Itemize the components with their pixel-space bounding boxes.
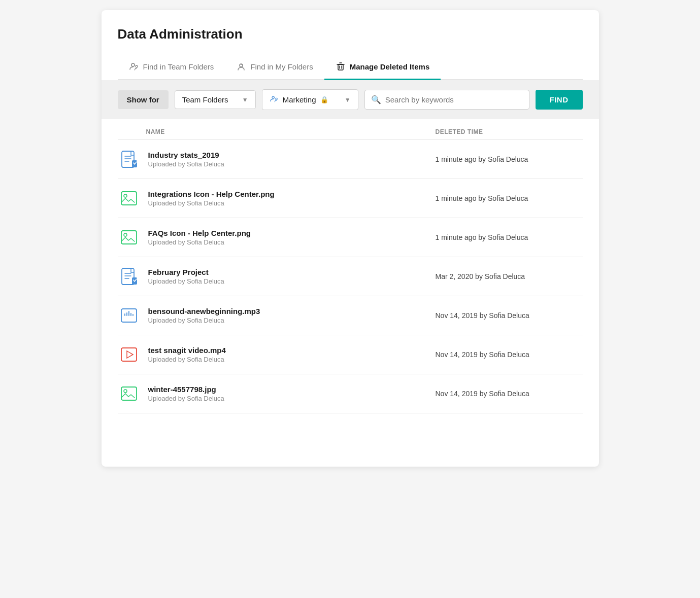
folder-type-dropdown[interactable]: Team Folders ▼ [175, 90, 256, 109]
tab-team-folders[interactable]: Find in Team Folders [118, 56, 225, 80]
tab-my-folders[interactable]: Find in My Folders [225, 56, 324, 80]
svg-point-19 [124, 390, 127, 393]
list-item: bensound-anewbeginning.mp3 Uploaded by S… [118, 296, 583, 335]
svg-point-1 [136, 65, 138, 67]
list-item: Industry stats_2019 Uploaded by Sofia De… [118, 140, 583, 179]
item-deleted-time: Nov 14, 2019 by Sofia Deluca [436, 390, 583, 398]
item-uploader: Uploaded by Sofia Deluca [148, 395, 436, 402]
search-input[interactable] [385, 90, 523, 109]
tab-deleted-items-label: Manage Deleted Items [350, 62, 430, 71]
item-uploader: Uploaded by Sofia Deluca [148, 316, 436, 324]
svg-rect-16 [121, 348, 137, 361]
item-uploader: Uploaded by Sofia Deluca [148, 199, 436, 207]
svg-marker-17 [127, 351, 133, 358]
item-info: bensound-anewbeginning.mp3 Uploaded by S… [148, 307, 436, 324]
folder-type-selected: Team Folders [182, 95, 228, 104]
svg-point-2 [240, 64, 243, 67]
svg-point-12 [124, 233, 127, 236]
my-folders-icon [236, 61, 246, 72]
lock-icon: 🔒 [320, 96, 328, 103]
item-icon-image [118, 382, 140, 405]
tab-deleted-items[interactable]: Manage Deleted Items [324, 56, 441, 80]
item-icon-doc [118, 148, 140, 170]
item-info: February Project Uploaded by Sofia Deluc… [148, 268, 436, 285]
item-name: winter-4557798.jpg [148, 385, 436, 394]
item-icon-image [118, 226, 140, 249]
item-deleted-time: Nov 14, 2019 by Sofia Deluca [436, 311, 583, 320]
svg-rect-3 [241, 64, 242, 65]
item-deleted-time: Nov 14, 2019 by Sofia Deluca [436, 350, 583, 359]
item-uploader: Uploaded by Sofia Deluca [148, 238, 436, 246]
tab-team-folders-label: Find in Team Folders [143, 62, 214, 71]
item-icon-audio [118, 304, 140, 327]
item-name: Industry stats_2019 [148, 151, 436, 159]
svg-point-0 [131, 63, 135, 66]
item-name: test snagit video.mp4 [148, 346, 436, 355]
search-icon: 🔍 [371, 95, 381, 104]
item-info: FAQs Icon - Help Center.png Uploaded by … [148, 229, 436, 246]
item-deleted-time: 1 minute ago by Sofia Deluca [436, 233, 583, 241]
team-folder-icon-sm [270, 94, 279, 105]
item-name: FAQs Icon - Help Center.png [148, 229, 436, 237]
trash-icon [336, 61, 346, 72]
svg-rect-9 [121, 192, 137, 205]
chevron-down-icon2: ▼ [345, 96, 351, 103]
list-header: NAME DELETED TIME [118, 119, 583, 140]
find-button[interactable]: FIND [536, 90, 583, 110]
item-icon-image [118, 187, 140, 209]
svg-rect-18 [121, 387, 137, 400]
item-deleted-time: 1 minute ago by Sofia Deluca [436, 194, 583, 202]
item-deleted-time: 1 minute ago by Sofia Deluca [436, 155, 583, 163]
item-info: Integrations Icon - Help Center.png Uplo… [148, 190, 436, 207]
tab-my-folders-label: Find in My Folders [250, 62, 313, 71]
list-item: FAQs Icon - Help Center.png Uploaded by … [118, 218, 583, 257]
item-icon-video [118, 343, 140, 366]
svg-rect-4 [338, 64, 343, 70]
chevron-down-icon: ▼ [242, 96, 248, 103]
item-info: Industry stats_2019 Uploaded by Sofia De… [148, 151, 436, 168]
list-item: February Project Uploaded by Sofia Deluc… [118, 257, 583, 296]
item-name: Integrations Icon - Help Center.png [148, 190, 436, 198]
list-item: Integrations Icon - Help Center.png Uplo… [118, 179, 583, 218]
item-uploader: Uploaded by Sofia Deluca [148, 356, 436, 363]
tabs: Find in Team Folders Find in My Folders [118, 56, 583, 80]
item-name: February Project [148, 268, 436, 276]
page-title: Data Administration [118, 26, 583, 42]
item-info: winter-4557798.jpg Uploaded by Sofia Del… [148, 385, 436, 402]
search-wrap: 🔍 [364, 90, 529, 110]
toolbar: Show for Team Folders ▼ Marketing 🔒 ▼ 🔍 … [102, 80, 599, 119]
items-list: Industry stats_2019 Uploaded by Sofia De… [118, 140, 583, 413]
folder-selected: Marketing [283, 95, 316, 104]
team-folders-icon [129, 61, 139, 72]
col-deleted-header: DELETED TIME [436, 128, 583, 135]
svg-point-5 [272, 96, 275, 99]
item-uploader: Uploaded by Sofia Deluca [148, 277, 436, 285]
col-name-header: NAME [118, 128, 436, 135]
main-card: Data Administration Find in Team Folders [102, 10, 599, 467]
show-for-label: Show for [118, 90, 169, 109]
svg-rect-11 [121, 231, 137, 244]
svg-point-10 [124, 194, 127, 197]
item-icon-doc [118, 265, 140, 288]
item-deleted-time: Mar 2, 2020 by Sofia Deluca [436, 272, 583, 280]
item-info: test snagit video.mp4 Uploaded by Sofia … [148, 346, 436, 363]
list-item: winter-4557798.jpg Uploaded by Sofia Del… [118, 374, 583, 413]
item-name: bensound-anewbeginning.mp3 [148, 307, 436, 315]
svg-point-6 [275, 98, 277, 100]
folder-select-dropdown[interactable]: Marketing 🔒 ▼ [262, 89, 358, 110]
list-item: test snagit video.mp4 Uploaded by Sofia … [118, 335, 583, 374]
item-uploader: Uploaded by Sofia Deluca [148, 160, 436, 168]
